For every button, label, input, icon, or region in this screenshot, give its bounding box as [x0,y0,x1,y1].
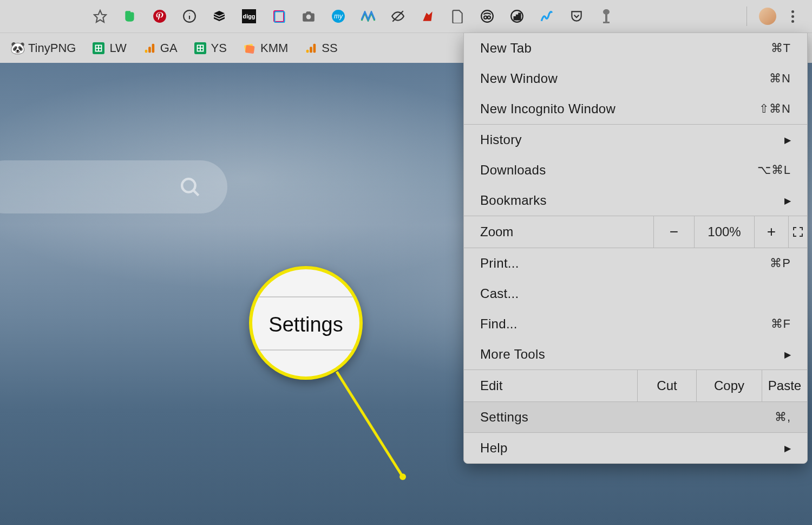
kmm-icon [243,42,256,55]
menu-downloads[interactable]: Downloads ⌥⌘L [464,155,807,185]
edit-copy-button[interactable]: Copy [696,370,762,401]
bookmark-label: SS [322,41,337,55]
svg-rect-17 [514,17,516,20]
menu-zoom-row: Zoom − 100% + [464,216,807,248]
svg-point-39 [182,179,195,192]
bookmark-lw[interactable]: LW [87,39,132,57]
svg-point-1 [153,10,166,23]
svg-text:my: my [334,12,343,20]
tinypng-icon: 🐼 [11,42,24,55]
ga-icon [143,42,156,55]
profile-avatar[interactable] [759,8,776,25]
star-icon[interactable] [92,8,108,24]
zoom-value: 100% [694,216,754,248]
submenu-arrow-icon: ▶ [784,135,791,145]
svg-point-15 [488,16,490,18]
bookmark-ga[interactable]: GA [137,39,183,57]
incognito-ext-icon[interactable] [479,8,495,24]
zoom-in-button[interactable]: + [754,216,788,248]
svg-rect-7 [274,11,284,22]
document-icon[interactable] [449,8,466,24]
svg-rect-28 [148,47,151,53]
moz-icon[interactable] [360,8,376,24]
chrome-menu-button[interactable] [784,8,801,25]
privacy-icon[interactable] [390,8,406,24]
menu-bookmarks[interactable]: Bookmarks ▶ [464,185,807,216]
sheets-icon [92,42,105,55]
bookmark-ss[interactable]: SS [299,39,343,57]
svg-point-14 [484,16,487,18]
menu-history[interactable]: History ▶ [464,125,807,155]
menu-edit-row: Edit Cut Copy Paste [464,370,807,402]
menu-more-tools[interactable]: More Tools ▶ [464,339,807,370]
submenu-arrow-icon: ▶ [784,196,791,206]
sheets-icon [194,42,207,55]
search-icon [179,176,201,198]
menu-find[interactable]: Find... ⌘F [464,309,807,339]
evernote-icon[interactable] [122,8,138,24]
podcast-icon[interactable] [598,8,614,24]
edit-label: Edit [480,378,502,393]
bookmark-label: GA [160,41,178,55]
zoom-label: Zoom [480,224,513,239]
svg-rect-22 [603,22,610,23]
svg-point-20 [603,9,610,15]
menu-cast[interactable]: Cast... [464,278,807,309]
edit-paste-button[interactable]: Paste [762,370,807,401]
edit-cut-button[interactable]: Cut [637,370,696,401]
extension-icons-row: digg my [92,8,614,24]
bookmark-label: KMM [260,41,288,55]
menu-new-window[interactable]: New Window ⌘N [464,63,807,94]
svg-rect-19 [519,14,520,20]
svg-point-13 [481,10,493,22]
svg-rect-18 [516,15,518,20]
wave-icon[interactable] [539,8,555,24]
svg-marker-0 [94,10,106,22]
bookmark-kmm[interactable]: KMM [238,39,293,57]
bookmark-label: TinyPNG [28,41,76,55]
buffer-icon[interactable] [211,8,227,24]
chrome-menu: New Tab ⌘T New Window ⌘N New Incognito W… [463,33,808,464]
menu-help[interactable]: Help ▶ [464,433,807,463]
toolbar-separator [746,7,747,26]
callout-label: Settings [269,313,343,336]
svg-rect-38 [313,43,316,53]
bookmark-label: LW [109,41,126,55]
ga-icon [304,42,317,55]
camera-icon[interactable] [300,8,317,24]
svg-rect-35 [245,45,255,54]
menu-print[interactable]: Print... ⌘P [464,248,807,278]
cardinal-icon[interactable] [420,8,436,24]
svg-rect-29 [152,43,154,53]
submenu-arrow-icon: ▶ [784,443,791,453]
svg-rect-8 [275,12,285,23]
myapp-icon[interactable]: my [330,8,346,24]
info-icon[interactable] [181,8,198,24]
fullscreen-button[interactable] [788,216,807,248]
svg-rect-36 [306,49,309,53]
bookmark-tinypng[interactable]: 🐼 TinyPNG [5,39,81,57]
menu-new-incognito[interactable]: New Incognito Window ⇧⌘N [464,94,807,124]
svg-line-40 [193,190,199,196]
svg-rect-21 [605,14,607,22]
submenu-arrow-icon: ▶ [784,349,791,360]
extensions-toolbar: digg my [0,0,812,33]
zoom-out-button[interactable]: − [653,216,694,248]
bookmark-ys[interactable]: YS [188,39,232,57]
pinterest-icon[interactable] [152,8,168,24]
svg-point-9 [306,15,311,20]
svg-text:digg: digg [243,13,256,20]
menu-settings[interactable]: Settings ⌘, [464,402,807,432]
svg-rect-37 [310,47,312,53]
pocket-icon[interactable] [568,8,585,24]
bookmark-label: YS [211,41,227,55]
menu-new-tab[interactable]: New Tab ⌘T [464,33,807,63]
svg-rect-27 [145,49,148,53]
digg-icon[interactable]: digg [241,8,257,24]
analytics-icon[interactable] [509,8,525,24]
color-note-icon[interactable] [271,8,287,24]
settings-callout: Settings [249,266,363,380]
search-box[interactable] [0,160,227,213]
